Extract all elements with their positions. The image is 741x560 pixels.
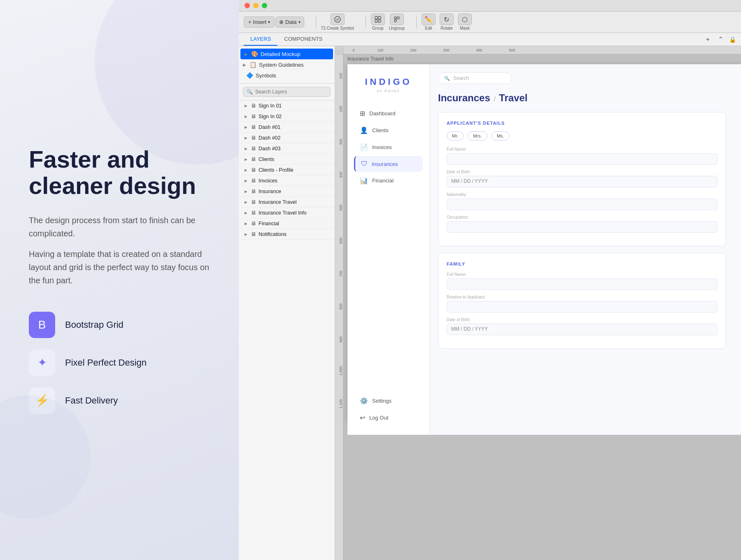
ruler-h-100: 100: [364, 48, 397, 52]
ruler-h-200: 200: [397, 48, 430, 52]
layer-row-dash-01[interactable]: ▶ 🖥 Dash #01: [239, 122, 335, 133]
screen-icon-dash-01: 🖥: [251, 124, 256, 130]
expand-icon-system: ▶: [243, 63, 246, 67]
group-label: Group: [372, 26, 384, 30]
mockup-logo: INDIGO: [365, 77, 412, 87]
ruler-h-300: 300: [430, 48, 463, 52]
group-button[interactable]: [371, 14, 385, 25]
traffic-light-yellow[interactable]: [253, 3, 259, 8]
edit-button[interactable]: ✏️: [422, 14, 436, 25]
layer-symbols[interactable]: 🔷 Symbols: [239, 70, 335, 81]
ruler-v-800: 800: [335, 277, 343, 310]
svg-rect-1: [375, 16, 377, 19]
nav-logout[interactable]: ↩ Log Out: [354, 410, 423, 426]
data-button[interactable]: ⊕ Data ▾: [275, 16, 304, 28]
layer-row-notifications[interactable]: ▶ 🖥 Notifications: [239, 229, 335, 240]
title-ms[interactable]: Ms.: [492, 131, 510, 140]
traffic-light-green[interactable]: [262, 3, 267, 8]
page-title-area: Incurances / Travel: [438, 92, 741, 104]
input-full-name[interactable]: [447, 153, 718, 165]
canvas-area[interactable]: 0 100 200 300 400 500 100 200 300 400 50…: [335, 46, 741, 560]
screen-icon-sign-in-02: 🖥: [251, 113, 256, 119]
add-layer-button[interactable]: +: [704, 35, 712, 44]
layer-row-dash-02[interactable]: ▶ 🖥 Dash #02: [239, 133, 335, 143]
layer-row-sign-in-02[interactable]: ▶ 🖥 Sign In 02: [239, 111, 335, 122]
input-occupation[interactable]: [447, 221, 718, 233]
invoices-icon: 📄: [360, 143, 368, 151]
search-input-wrap: 🔍: [243, 87, 331, 97]
tab-components[interactable]: COMPONENTS: [277, 33, 329, 46]
layer-icon-detailed: 🎨: [251, 51, 258, 57]
mockup-search-placeholder: Search: [453, 75, 469, 81]
nav-settings[interactable]: ⚙️ Settings: [354, 393, 423, 409]
title-mr[interactable]: Mr.: [447, 131, 464, 140]
expand-sign-in-02: ▶: [245, 114, 247, 119]
ungroup-button[interactable]: [390, 14, 404, 25]
mockup-topbar: 🔍 Search: [438, 72, 741, 84]
rotate-button[interactable]: ↻: [440, 14, 454, 25]
layer-label-insurance: Insurance: [259, 189, 281, 194]
field-family-dob: Date of Birth: MM / DD / YYYY: [447, 317, 718, 335]
nav-financial[interactable]: 📊 Financial: [354, 173, 423, 189]
expand-dash-03: ▶: [245, 147, 247, 151]
lock-button[interactable]: 🔒: [729, 36, 736, 43]
traffic-light-red[interactable]: [245, 3, 250, 8]
tab-layers[interactable]: LAYERS: [244, 33, 277, 46]
edit-rotate-mask: ✏️ Edit ↻ Rotate ⬡ Mask: [422, 14, 472, 30]
field-occupation: Occupation:: [447, 215, 718, 233]
ruler-v-200: 200: [335, 79, 343, 112]
screen-icon-insurance-travel-info: 🖥: [251, 210, 256, 216]
layer-icon-system: 📋: [249, 61, 256, 68]
nav-settings-label: Settings: [372, 398, 391, 404]
input-relation[interactable]: [447, 301, 718, 313]
create-symbol-label: 72 Create Symbol: [321, 26, 354, 30]
input-dob[interactable]: MM / DD / YYYY: [447, 176, 718, 187]
nav-dashboard[interactable]: ⊞ Dashboard: [354, 105, 423, 121]
label-dob: Date of Birth:: [447, 170, 718, 174]
settings-icon: ⚙️: [360, 397, 368, 405]
nav-clients[interactable]: 👤 Clients: [354, 122, 423, 138]
layer-label-financial: Financial: [259, 221, 279, 226]
mockup-sidebar: INDIGO AT POINT ⊞ Dashboard 👤 Clients: [347, 64, 430, 435]
value-family-dob: MM / DD / YYYY: [447, 324, 717, 334]
mask-button[interactable]: ⬡: [458, 14, 472, 25]
input-family-dob[interactable]: MM / DD / YYYY: [447, 324, 718, 335]
screen-icon-clients-profile: 🖥: [251, 167, 256, 173]
layer-row-clients-profile[interactable]: ▶ 🖥 Clients - Profile: [239, 165, 335, 175]
layer-row-dash-03[interactable]: ▶ 🖥 Dash #03: [239, 143, 335, 154]
layers-panel: ▶ 🎨 Detailed Mockup ▶ 📋 System Guideline…: [239, 46, 335, 560]
screen-icon-financial: 🖥: [251, 220, 256, 226]
label-family-dob: Date of Birth:: [447, 317, 718, 322]
input-nationality[interactable]: [447, 198, 718, 210]
layer-label-system: System Guidelines: [259, 62, 303, 68]
layer-row-insurance[interactable]: ▶ 🖥 Insurance: [239, 186, 335, 197]
chevron-down-icon: ▾: [268, 20, 270, 24]
layer-row-insurance-travel[interactable]: ▶ 🖥 Insurance Travel: [239, 197, 335, 208]
layers-tree: ▶ 🎨 Detailed Mockup ▶ 📋 System Guideline…: [239, 46, 335, 84]
collapse-button[interactable]: ⌃: [715, 35, 726, 44]
layer-system-guidelines[interactable]: ▶ 📋 System Guidelines: [239, 59, 335, 70]
nav-invoices[interactable]: 📄 Invoices: [354, 139, 423, 155]
layer-row-insurance-travel-info[interactable]: ▶ 🖥 Insurance Travel Info: [239, 208, 335, 218]
mockup-search[interactable]: 🔍 Search: [438, 72, 512, 84]
svg-rect-6: [397, 17, 399, 19]
create-symbol-icon-button[interactable]: [331, 14, 345, 25]
layer-row-invoices[interactable]: ▶ 🖥 Invoices: [239, 175, 335, 186]
nav-dashboard-label: Dashboard: [369, 110, 396, 117]
insert-button[interactable]: + Insert ▾: [244, 16, 275, 28]
feature-pixel: ✦ Pixel Perfect Design: [29, 350, 210, 376]
layer-row-clients[interactable]: ▶ 🖥 Clients: [239, 154, 335, 165]
mockup-page-sub: Travel: [499, 92, 527, 103]
input-family-full-name[interactable]: [447, 278, 718, 290]
nav-insurances-label: Insurances: [372, 161, 398, 167]
tab-actions: + ⌃ 🔒: [704, 33, 736, 46]
nav-insurances[interactable]: 🛡 Insurances: [354, 156, 423, 172]
ruler-v-400: 400: [335, 145, 343, 178]
search-layers-input[interactable]: [255, 89, 327, 95]
title-mrs[interactable]: Mrs.: [468, 131, 487, 140]
layer-row-financial[interactable]: ▶ 🖥 Financial: [239, 218, 335, 229]
layer-row-sign-in-01[interactable]: ▶ 🖥 Sign In 01: [239, 100, 335, 111]
layer-detailed-mockup[interactable]: ▶ 🎨 Detailed Mockup: [240, 49, 333, 59]
sketch-app: + Insert ▾ ⊕ Data ▾ 72 Create Symbol: [239, 0, 741, 560]
feature-delivery: ⚡ Fast Delivery: [29, 387, 210, 414]
